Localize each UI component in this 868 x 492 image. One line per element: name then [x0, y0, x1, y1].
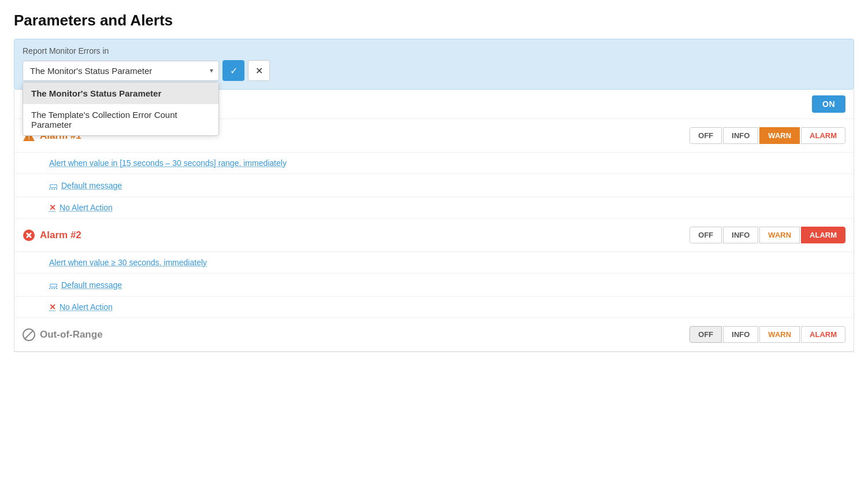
alarm2-message-row: ▭ Default message: [14, 273, 854, 297]
alarm2-message-link[interactable]: ▭ Default message: [49, 279, 122, 290]
alarm1-message-link[interactable]: ▭ Default message: [49, 180, 122, 191]
alarm2-condition-text: Alert when value ≥ 30 seconds, immediate…: [49, 258, 207, 267]
x-action-icon-2: ✕: [49, 302, 56, 312]
dropdown-item-1[interactable]: The Monitor's Status Parameter: [23, 83, 218, 104]
on-toggle-button[interactable]: ON: [812, 95, 845, 113]
alarm2-condition-row: Alert when value ≥ 30 seconds, immediate…: [14, 252, 854, 273]
message-icon-1: ▭: [49, 180, 58, 191]
alarm1-condition-row: Alert when value in [15 seconds – 30 sec…: [14, 153, 854, 174]
alarm1-message-row: ▭ Default message: [14, 174, 854, 197]
svg-line-6: [25, 331, 33, 339]
alarm2-info-button[interactable]: INFO: [723, 227, 758, 243]
oor-off-button[interactable]: OFF: [689, 326, 722, 343]
confirm-button[interactable]: ✓: [222, 60, 244, 81]
alarm1-off-button[interactable]: OFF: [689, 127, 722, 144]
dropdown-item-2[interactable]: The Template's Collection Error Count Pa…: [23, 104, 218, 135]
alarm1-action-row: ✕ No Alert Action: [14, 197, 854, 219]
select-wrapper: The Monitor's Status Parameter The Templ…: [23, 61, 219, 81]
x-cancel-icon: ✕: [255, 65, 263, 76]
alarm2-warn-button[interactable]: WARN: [759, 227, 800, 243]
page-title: Parameters and Alerts: [14, 12, 854, 29]
checkmark-icon: ✓: [230, 65, 238, 76]
alarm1-action-text: No Alert Action: [60, 203, 113, 212]
alarm1-info-button[interactable]: INFO: [723, 127, 758, 144]
alarm1-alarm-button[interactable]: ALARM: [801, 127, 845, 144]
oor-info-button[interactable]: INFO: [723, 326, 758, 343]
message-icon-2: ▭: [49, 279, 58, 290]
page-container: Parameters and Alerts Report Monitor Err…: [0, 0, 868, 364]
oor-title: Out-of-Range: [23, 328, 103, 341]
oor-label: Out-of-Range: [40, 329, 103, 341]
alarm1-message-text: Default message: [61, 181, 122, 190]
alarm2-condition-link[interactable]: Alert when value ≥ 30 seconds, immediate…: [49, 258, 207, 267]
alarm2-row: Alarm #2 OFF INFO WARN ALARM: [14, 219, 854, 252]
dropdown-overlay: The Monitor's Status Parameter The Templ…: [23, 82, 219, 136]
monitor-errors-select[interactable]: The Monitor's Status Parameter The Templ…: [23, 61, 219, 81]
report-section: Report Monitor Errors in The Monitor's S…: [14, 39, 854, 90]
cancel-button[interactable]: ✕: [248, 60, 270, 81]
alarm2-action-link[interactable]: ✕ No Alert Action: [49, 302, 113, 312]
alarm2-severity-buttons: OFF INFO WARN ALARM: [689, 227, 845, 243]
alarm1-severity-buttons: OFF INFO WARN ALARM: [689, 127, 845, 144]
oor-warn-button[interactable]: WARN: [759, 326, 800, 343]
x-action-icon-1: ✕: [49, 203, 56, 212]
alarm1-condition-text: Alert when value in [15 seconds – 30 sec…: [49, 158, 287, 168]
alarm2-label: Alarm #2: [40, 230, 81, 241]
select-row: The Monitor's Status Parameter The Templ…: [23, 60, 845, 81]
alarm2-action-text: No Alert Action: [60, 302, 113, 312]
oor-severity-buttons: OFF INFO WARN ALARM: [689, 326, 845, 343]
alarm2-action-row: ✕ No Alert Action: [14, 297, 854, 318]
oor-icon: [23, 328, 35, 341]
report-label: Report Monitor Errors in: [23, 46, 845, 56]
alarm2-alarm-button[interactable]: ALARM: [801, 227, 845, 243]
alarm1-action-link[interactable]: ✕ No Alert Action: [49, 203, 113, 212]
alarm2-message-text: Default message: [61, 280, 122, 290]
oor-row: Out-of-Range OFF INFO WARN ALARM: [14, 318, 854, 352]
alarm1-condition-link[interactable]: Alert when value in [15 seconds – 30 sec…: [49, 158, 287, 168]
oor-alarm-button[interactable]: ALARM: [801, 326, 845, 343]
alarm2-off-button[interactable]: OFF: [689, 227, 722, 243]
alarm1-warn-button[interactable]: WARN: [759, 127, 800, 144]
error-circle-icon: [23, 229, 35, 242]
alarm2-title: Alarm #2: [23, 229, 81, 242]
